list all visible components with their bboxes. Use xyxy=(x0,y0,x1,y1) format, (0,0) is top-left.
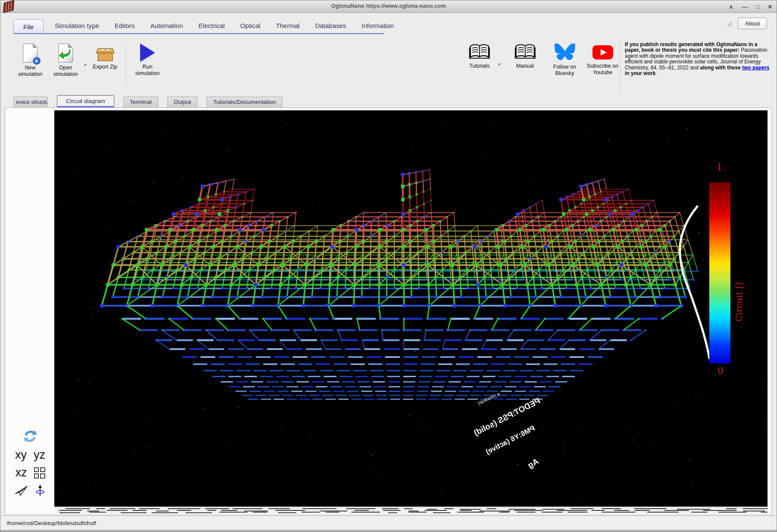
menu-active-underline xyxy=(13,33,384,34)
open-dropdown-caret-icon[interactable]: ▾ xyxy=(84,62,87,68)
tab-device-structure[interactable]: evice structur xyxy=(13,97,48,107)
current-path: /home/rod/Desktop/fdsfesdsdfsfsdf xyxy=(6,520,96,526)
open-book-icon xyxy=(469,44,490,61)
app-window: OghmaNano https://www.oghma-nano.com ∧ —… xyxy=(0,0,777,532)
menu-item-automation[interactable]: Automation xyxy=(150,22,183,29)
menu-item-electrical[interactable]: Electrical xyxy=(198,22,225,29)
maximize-icon[interactable]: □ xyxy=(756,4,759,9)
menu-item-optical[interactable]: Optical xyxy=(240,22,260,29)
play-icon xyxy=(140,44,155,62)
menu-item-databases[interactable]: Databases xyxy=(315,22,346,29)
open-book-icon xyxy=(514,44,536,61)
colorbar-axis-label: Circuit [] xyxy=(734,235,744,322)
colorbar-min-label: 0 xyxy=(717,366,724,376)
3d-viewport[interactable]: 1 0 Circuit [] e (mockup) PEDOT:PSS (sol… xyxy=(54,110,768,513)
view-controls-strip: xy yz xz xyxy=(6,109,54,514)
view-xz-button[interactable]: xz xyxy=(16,467,27,479)
circuit-diagram-page: xy yz xz xyxy=(5,107,772,515)
two-papers-link[interactable]: two papers xyxy=(742,65,769,71)
menu-item-information[interactable]: Information xyxy=(362,22,394,29)
window-title: OghmaNano https://www.oghma-nano.com xyxy=(0,3,777,9)
view-xy-button[interactable]: xy xyxy=(15,449,27,461)
export-zip-button[interactable]: Export Zip xyxy=(88,40,123,70)
view-tabs: evice structur Circuit diagram Terminal … xyxy=(13,96,282,107)
citation-panel: If you publish results generated with Og… xyxy=(620,42,770,92)
minimize-icon[interactable]: — xyxy=(742,4,747,9)
menu-item-thermal[interactable]: Thermal xyxy=(276,22,300,29)
run-simulation-button[interactable]: Run simulation xyxy=(130,40,165,77)
green-open-arrow-icon xyxy=(59,49,70,59)
open-simulation-button[interactable]: Open simulation xyxy=(48,40,83,78)
grid-view-icon[interactable] xyxy=(34,467,45,479)
bluesky-butterfly-icon xyxy=(555,44,575,62)
tab-terminal[interactable]: Terminal xyxy=(123,97,158,107)
shade-window-icon[interactable]: ∧ xyxy=(729,4,733,9)
circuit-3d-canvas[interactable] xyxy=(54,110,768,513)
title-bar[interactable]: OghmaNano https://www.oghma-nano.com ∧ —… xyxy=(0,0,777,13)
citation-bold: If you publish results generated with Og… xyxy=(625,41,757,53)
close-icon[interactable]: × xyxy=(768,3,772,10)
menu-item-simulation-type[interactable]: Simulation type xyxy=(55,22,99,29)
tutorials-button[interactable]: Tutorials xyxy=(462,40,497,69)
about-button[interactable]: About xyxy=(738,18,767,29)
menu-tab-file[interactable]: File xyxy=(13,19,44,34)
youtube-button[interactable]: Subscribe on Youtube xyxy=(585,40,620,76)
new-document-icon: + xyxy=(23,44,38,63)
refresh-icon[interactable] xyxy=(23,429,38,443)
toolbar-separator xyxy=(125,42,126,87)
tab-circuit-diagram[interactable]: Circuit diagram xyxy=(57,95,114,108)
view-yz-button[interactable]: yz xyxy=(34,449,45,461)
colorbar-max-label: 1 xyxy=(717,162,723,173)
resize-grip-icon xyxy=(727,21,732,26)
open-document-icon xyxy=(58,44,73,63)
menu-item-editors[interactable]: Editors xyxy=(115,22,135,29)
colorbar xyxy=(709,182,730,363)
rotate-axis-icon[interactable] xyxy=(35,485,45,497)
new-simulation-button[interactable]: + New simulation xyxy=(13,40,48,78)
bluesky-button[interactable]: Follow on Bluesky xyxy=(547,40,583,77)
tab-tutorials-documentation[interactable]: Tutorials/Documentation xyxy=(207,97,282,107)
tab-output[interactable]: Output xyxy=(167,97,198,107)
plus-badge-icon: + xyxy=(33,57,41,65)
tutorials-dropdown-caret-icon[interactable]: ▾ xyxy=(498,62,501,67)
paper-plane-icon[interactable] xyxy=(15,485,28,496)
youtube-icon xyxy=(592,44,614,61)
ribbon-menu: File Simulation type Editors Automation … xyxy=(13,17,394,33)
zip-box-icon xyxy=(95,44,115,62)
manual-button[interactable]: Manual xyxy=(508,40,543,69)
status-bar: /home/rod/Desktop/fdsfesdsdfsfsdf xyxy=(0,516,777,532)
